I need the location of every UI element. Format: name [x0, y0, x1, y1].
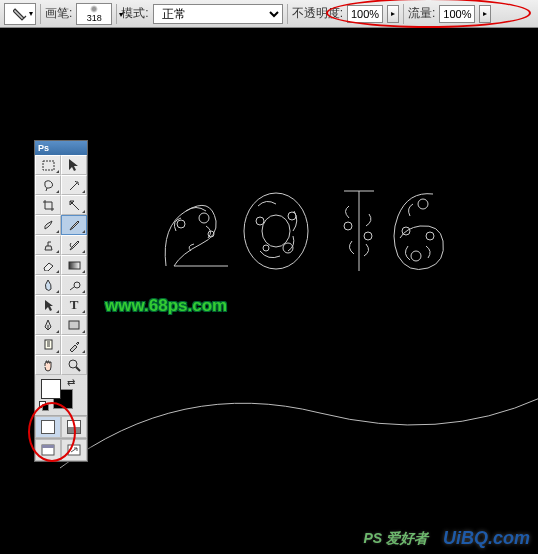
gradient-tool[interactable]: [61, 255, 87, 275]
slice-tool[interactable]: [61, 195, 87, 215]
dodge-tool[interactable]: [61, 275, 87, 295]
move-tool[interactable]: [61, 155, 87, 175]
brush-preset-picker[interactable]: 318 ▾: [76, 3, 112, 25]
standard-mode-button[interactable]: [35, 416, 61, 438]
svg-point-9: [344, 222, 352, 230]
screen-mode-button[interactable]: [35, 439, 61, 461]
svg-point-20: [69, 360, 77, 368]
pen-tool[interactable]: [35, 315, 61, 335]
svg-point-10: [364, 232, 372, 240]
opacity-input[interactable]: [347, 5, 383, 23]
type-tool[interactable]: T: [61, 295, 87, 315]
blend-mode-select[interactable]: 正常: [153, 4, 283, 24]
marquee-tool[interactable]: [35, 155, 61, 175]
svg-rect-16: [69, 262, 80, 269]
footer-ps-text: PS 爱好者: [363, 530, 428, 548]
hand-tool[interactable]: [35, 355, 61, 375]
svg-point-14: [411, 251, 421, 261]
svg-rect-18: [69, 321, 79, 329]
brush-size-value: 318: [87, 13, 102, 23]
blur-tool[interactable]: [35, 275, 61, 295]
svg-point-1: [199, 213, 209, 223]
history-brush-tool[interactable]: [61, 235, 87, 255]
svg-point-0: [177, 220, 185, 228]
opacity-label: 不透明度:: [292, 5, 343, 22]
notes-tool[interactable]: [35, 335, 61, 355]
toolbox-panel: Ps T ⇄: [34, 140, 88, 462]
chevron-down-icon[interactable]: ▾: [119, 10, 123, 19]
svg-point-11: [418, 199, 428, 209]
crop-tool[interactable]: [35, 195, 61, 215]
chevron-down-icon: ▾: [29, 9, 33, 18]
artwork-2016: [156, 176, 476, 286]
shape-tool[interactable]: [61, 315, 87, 335]
divider: [116, 4, 117, 24]
edit-mode-row: [35, 415, 87, 438]
svg-rect-15: [43, 161, 54, 170]
foreground-color[interactable]: [41, 379, 61, 399]
flow-flyout-button[interactable]: ▸: [479, 5, 491, 23]
swap-colors-icon[interactable]: ⇄: [67, 377, 75, 388]
healing-brush-tool[interactable]: [35, 215, 61, 235]
color-swatch-area: ⇄: [35, 375, 87, 415]
lasso-tool[interactable]: [35, 175, 61, 195]
tool-grid: T: [35, 155, 87, 375]
quickmask-mode-button[interactable]: [61, 416, 87, 438]
path-selection-tool[interactable]: [35, 295, 61, 315]
brush-tool[interactable]: [61, 215, 87, 235]
screen-mode-row: [35, 438, 87, 461]
brush-label: 画笔:: [45, 5, 72, 22]
tool-preset-picker[interactable]: ▾: [4, 3, 36, 25]
svg-point-13: [426, 232, 434, 240]
jump-to-button[interactable]: [61, 439, 87, 461]
brush-dot-icon: [90, 5, 98, 13]
svg-point-17: [74, 282, 80, 288]
svg-point-5: [256, 217, 264, 225]
options-bar: ▾ 画笔: 318 ▾ 模式: 正常 不透明度: ▸ 流量: ▸: [0, 0, 538, 28]
divider: [287, 4, 288, 24]
svg-point-4: [262, 215, 290, 247]
footer-brand: UiBQ.com: [443, 528, 530, 549]
svg-rect-22: [42, 445, 54, 448]
divider: [403, 4, 404, 24]
watermark-text: www.68ps.com: [105, 296, 227, 316]
flow-input[interactable]: [439, 5, 475, 23]
eraser-tool[interactable]: [35, 255, 61, 275]
svg-point-6: [288, 212, 296, 220]
magic-wand-tool[interactable]: [61, 175, 87, 195]
default-colors-icon[interactable]: [39, 401, 49, 411]
eyedropper-tool[interactable]: [61, 335, 87, 355]
svg-point-7: [263, 245, 269, 251]
mode-label: 模式:: [121, 5, 148, 22]
flow-label: 流量:: [408, 5, 435, 22]
clone-stamp-tool[interactable]: [35, 235, 61, 255]
opacity-flyout-button[interactable]: ▸: [387, 5, 399, 23]
divider: [40, 4, 41, 24]
zoom-tool[interactable]: [61, 355, 87, 375]
path-curve: [60, 338, 538, 538]
ps-logo: Ps: [38, 143, 49, 153]
toolbox-header[interactable]: Ps: [35, 141, 87, 155]
